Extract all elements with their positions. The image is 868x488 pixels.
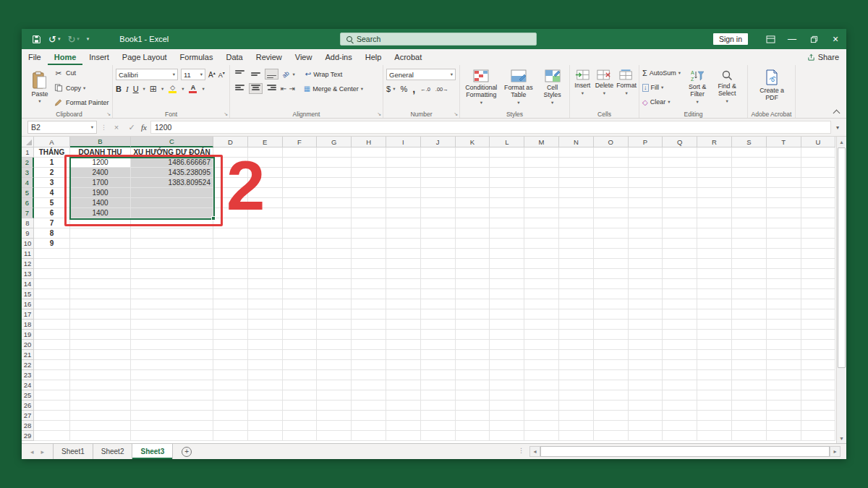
cell-F2[interactable] <box>283 158 318 168</box>
row-header-9[interactable]: 9 <box>22 228 34 239</box>
orientation-button[interactable]: ab <box>281 69 291 80</box>
clipboard-dialog-launcher[interactable]: ↘ <box>106 111 111 117</box>
cell-Q1[interactable] <box>663 147 697 158</box>
cell-D19[interactable] <box>213 330 248 340</box>
cell-N2[interactable] <box>559 158 594 168</box>
collapse-ribbon-button[interactable] <box>833 110 841 117</box>
cell-P17[interactable] <box>629 309 663 320</box>
row-header-29[interactable]: 29 <box>22 431 34 441</box>
cell-C11[interactable] <box>131 249 213 259</box>
increase-indent-button[interactable]: ⇥ <box>289 85 294 93</box>
cell-I23[interactable] <box>386 370 421 380</box>
row-header-8[interactable]: 8 <box>22 218 34 228</box>
cell-E13[interactable] <box>248 269 283 279</box>
cell-U10[interactable] <box>801 239 836 249</box>
cell-T17[interactable] <box>767 309 801 320</box>
cell-P16[interactable] <box>629 299 663 309</box>
cell-L10[interactable] <box>490 239 524 249</box>
cell-O15[interactable] <box>594 289 629 299</box>
cell-L17[interactable] <box>490 309 524 320</box>
cell-P22[interactable] <box>629 360 663 370</box>
cell-T24[interactable] <box>767 380 801 390</box>
cell-P1[interactable] <box>629 147 663 158</box>
cell-E5[interactable] <box>248 188 283 198</box>
sheet-tab-sheet3[interactable]: Sheet3 <box>132 444 173 459</box>
bold-button[interactable]: B <box>116 85 122 93</box>
cell-L5[interactable] <box>490 188 524 198</box>
cell-S15[interactable] <box>732 289 767 299</box>
column-header-N[interactable]: N <box>559 137 594 147</box>
cell-O2[interactable] <box>594 158 629 168</box>
cell-Q14[interactable] <box>663 279 697 289</box>
cell-S26[interactable] <box>732 401 767 411</box>
save-button[interactable] <box>32 35 41 44</box>
cell-K20[interactable] <box>456 340 490 350</box>
ribbon-tab-data[interactable]: Data <box>219 49 249 65</box>
cell-J17[interactable] <box>421 309 456 320</box>
cell-B7[interactable]: 1400 <box>70 208 131 218</box>
cell-G18[interactable] <box>317 320 352 330</box>
cell-K11[interactable] <box>456 249 490 259</box>
cell-T25[interactable] <box>767 390 801 401</box>
cell-T6[interactable] <box>767 198 801 208</box>
cell-A22[interactable] <box>34 360 70 370</box>
cell-U19[interactable] <box>801 330 836 340</box>
cell-D28[interactable] <box>213 421 248 431</box>
column-header-L[interactable]: L <box>490 137 524 147</box>
cell-F18[interactable] <box>283 320 318 330</box>
decrease-indent-button[interactable]: ⇤ <box>281 85 286 93</box>
cell-A12[interactable] <box>34 259 70 269</box>
cell-I21[interactable] <box>386 350 421 360</box>
fill-button[interactable]: ↓Fill▾ <box>642 84 681 93</box>
cell-B20[interactable] <box>70 340 131 350</box>
cell-A5[interactable]: 4 <box>34 188 70 198</box>
cell-N7[interactable] <box>559 208 594 218</box>
cell-D17[interactable] <box>213 309 248 320</box>
cell-C18[interactable] <box>131 320 213 330</box>
column-header-U[interactable]: U <box>801 137 836 147</box>
cell-P19[interactable] <box>629 330 663 340</box>
cell-B28[interactable] <box>70 421 131 431</box>
column-header-P[interactable]: P <box>629 137 663 147</box>
cell-R4[interactable] <box>697 178 732 188</box>
column-header-Q[interactable]: Q <box>663 137 697 147</box>
cell-H11[interactable] <box>352 249 386 259</box>
cell-O20[interactable] <box>594 340 629 350</box>
align-bottom-button[interactable] <box>265 69 278 80</box>
cell-O29[interactable] <box>594 431 629 441</box>
cell-N27[interactable] <box>559 411 594 421</box>
delete-cells-button[interactable]: Delete▾ <box>595 67 615 108</box>
cell-T5[interactable] <box>767 188 801 198</box>
cell-Q25[interactable] <box>663 390 697 401</box>
cell-E15[interactable] <box>248 289 283 299</box>
customize-toolbar-button[interactable]: ▾ <box>87 36 90 42</box>
cell-J27[interactable] <box>421 411 456 421</box>
cell-S3[interactable] <box>732 168 767 178</box>
cell-K6[interactable] <box>456 198 490 208</box>
cell-S13[interactable] <box>732 269 767 279</box>
cell-P8[interactable] <box>629 218 663 228</box>
cell-J28[interactable] <box>421 421 456 431</box>
cell-S6[interactable] <box>732 198 767 208</box>
cell-P29[interactable] <box>629 431 663 441</box>
cell-L21[interactable] <box>490 350 524 360</box>
cell-U18[interactable] <box>801 320 836 330</box>
cell-K19[interactable] <box>456 330 490 340</box>
cell-Q23[interactable] <box>663 370 697 380</box>
cell-Q7[interactable] <box>663 208 697 218</box>
cell-H9[interactable] <box>352 228 386 239</box>
column-header-I[interactable]: I <box>386 137 421 147</box>
cell-Q18[interactable] <box>663 320 697 330</box>
cell-K29[interactable] <box>456 431 490 441</box>
cell-P18[interactable] <box>629 320 663 330</box>
cell-L2[interactable] <box>490 158 524 168</box>
cell-R13[interactable] <box>697 269 732 279</box>
comma-style-button[interactable]: , <box>412 87 415 92</box>
cell-C25[interactable] <box>131 390 213 401</box>
cell-F1[interactable] <box>283 147 318 158</box>
cell-N23[interactable] <box>559 370 594 380</box>
sort-filter-button[interactable]: AZ Sort & Filter▾ <box>685 67 710 108</box>
cell-N24[interactable] <box>559 380 594 390</box>
cell-Q13[interactable] <box>663 269 697 279</box>
cell-P26[interactable] <box>629 401 663 411</box>
